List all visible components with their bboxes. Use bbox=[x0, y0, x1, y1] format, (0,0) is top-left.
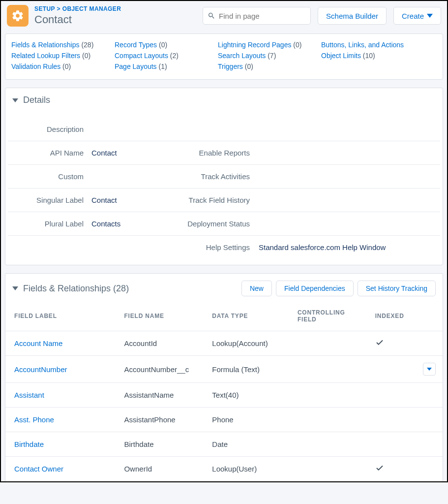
check-icon bbox=[375, 466, 384, 474]
page-header: SETUP > OBJECT MANAGER Contact Schema Bu… bbox=[1, 1, 447, 31]
fields-section: Fields & Relationships (28) New Field De… bbox=[5, 273, 443, 481]
table-row: Account Name AccountId Lookup(Account) bbox=[5, 331, 443, 356]
details-row: Custom Track Activities bbox=[8, 164, 440, 188]
field-link[interactable]: Asst. Phone bbox=[14, 415, 54, 424]
col-controlling-field[interactable]: CONTROLLING FIELD bbox=[293, 303, 370, 331]
field-link[interactable]: Contact Owner bbox=[14, 465, 63, 473]
tab-link[interactable]: Object Limits (10) bbox=[321, 52, 419, 60]
tab-link[interactable]: Buttons, Links, and Actions bbox=[321, 41, 419, 49]
tabs-panel: Fields & Relationships (28)Related Looku… bbox=[5, 33, 443, 80]
breadcrumb-setup[interactable]: SETUP bbox=[34, 5, 55, 12]
field-link[interactable]: AccountNumber bbox=[14, 365, 67, 374]
fields-table: FIELD LABEL FIELD NAME DATA TYPE CONTROL… bbox=[5, 303, 443, 481]
chevron-down-icon bbox=[427, 14, 433, 18]
row-menu-button[interactable] bbox=[423, 363, 436, 376]
check-icon bbox=[375, 340, 384, 348]
create-button[interactable]: Create bbox=[393, 7, 441, 25]
col-field-name[interactable]: FIELD NAME bbox=[119, 303, 207, 331]
gear-icon bbox=[7, 5, 29, 27]
chevron-down-icon bbox=[12, 286, 18, 290]
field-link[interactable]: Birthdate bbox=[14, 440, 44, 448]
table-row: Asst. Phone AssistantPhone Phone bbox=[5, 408, 443, 432]
tab-link[interactable]: Fields & Relationships (28) bbox=[11, 41, 110, 49]
field-link[interactable]: Account Name bbox=[14, 339, 62, 347]
new-field-button[interactable]: New bbox=[241, 281, 272, 296]
details-row: API Name Contact Enable Reports bbox=[8, 141, 440, 164]
search-icon bbox=[208, 12, 215, 20]
chevron-down-icon bbox=[12, 98, 18, 102]
tab-link[interactable]: Related Lookup Filters (0) bbox=[11, 52, 110, 60]
details-row: Help Settings Standard salesforce.com He… bbox=[8, 235, 440, 259]
details-row: Plural Label Contacts Deployment Status bbox=[8, 212, 440, 235]
search-input[interactable] bbox=[203, 7, 311, 25]
tab-link[interactable]: Record Types (0) bbox=[115, 41, 213, 49]
details-section: Details Description API Name Contact Ena… bbox=[5, 88, 443, 265]
details-row: Description bbox=[8, 117, 440, 141]
breadcrumb: SETUP > OBJECT MANAGER bbox=[34, 5, 203, 12]
details-toggle[interactable]: Details bbox=[5, 88, 443, 112]
details-row: Singular Label Contact Track Field Histo… bbox=[8, 188, 440, 212]
tab-link[interactable]: Page Layouts (1) bbox=[115, 63, 213, 70]
page-title: Contact bbox=[34, 13, 203, 26]
tab-link[interactable]: Validation Rules (0) bbox=[11, 63, 110, 70]
col-indexed[interactable]: INDEXED bbox=[370, 303, 417, 331]
tab-link[interactable]: Lightning Record Pages (0) bbox=[218, 41, 316, 49]
search-wrap bbox=[203, 7, 311, 25]
col-field-label[interactable]: FIELD LABEL bbox=[5, 303, 119, 331]
tab-link[interactable]: Search Layouts (7) bbox=[218, 52, 316, 60]
tab-link[interactable]: Triggers (0) bbox=[218, 63, 316, 70]
table-row: Assistant AssistantName Text(40) bbox=[5, 383, 443, 408]
table-row: Contact Owner OwnerId Lookup(User) bbox=[5, 457, 443, 481]
breadcrumb-object-manager[interactable]: OBJECT MANAGER bbox=[62, 5, 121, 12]
field-link[interactable]: Assistant bbox=[14, 391, 44, 399]
col-data-type[interactable]: DATA TYPE bbox=[207, 303, 293, 331]
table-row: AccountNumber AccountNumber__c Formula (… bbox=[5, 356, 443, 383]
field-dependencies-button[interactable]: Field Dependencies bbox=[276, 281, 354, 296]
schema-builder-button[interactable]: Schema Builder bbox=[318, 7, 387, 25]
fields-toggle[interactable]: Fields & Relationships (28) New Field De… bbox=[5, 274, 443, 303]
table-row: Birthdate Birthdate Date bbox=[5, 432, 443, 457]
chevron-down-icon bbox=[427, 368, 432, 371]
tab-link[interactable]: Compact Layouts (2) bbox=[115, 52, 213, 60]
set-history-tracking-button[interactable]: Set History Tracking bbox=[358, 281, 436, 296]
